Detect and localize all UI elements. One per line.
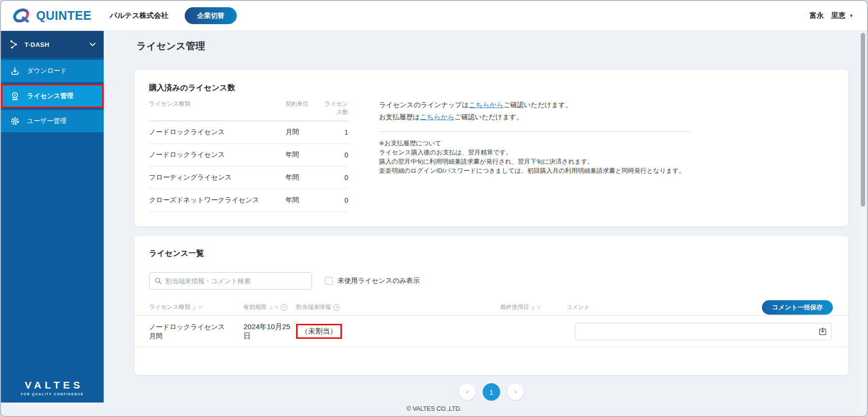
license-count: 0 bbox=[320, 196, 348, 204]
lineup-link[interactable]: こちらから bbox=[469, 101, 503, 109]
sidebar-item-download[interactable]: ダウンロード bbox=[1, 60, 104, 82]
contract-unit: 月間 bbox=[285, 128, 320, 137]
purchased-table-header: ライセンス種類 契約単位 ライセンス数 bbox=[149, 100, 348, 121]
purchased-licenses-card: 購入済みのライセンス数 ライセンス種類 契約単位 ライセンス数 ノードロックライ… bbox=[135, 70, 848, 226]
payment-note: 購入の翌月中旬に利用明細兼請求書が発行され、翌月下旬に決済されます。 bbox=[379, 157, 692, 166]
sidebar-item-license-management[interactable]: ライセンス管理 bbox=[1, 84, 104, 108]
table-row: ノードロックライセンス 年間 0 bbox=[149, 144, 348, 167]
user-name: 富永 里恵 bbox=[809, 11, 845, 20]
column-header-device: 割当端末情報 bbox=[296, 303, 331, 311]
text: ご確認いただけます。 bbox=[503, 101, 572, 109]
quintee-q-mark-icon bbox=[12, 6, 32, 26]
switch-company-button[interactable]: 企業切替 bbox=[185, 7, 237, 24]
comment-field bbox=[575, 323, 832, 340]
sidebar-product-tdash[interactable]: T-DASH bbox=[1, 31, 104, 58]
sort-asc-icon[interactable]: △ bbox=[192, 305, 196, 310]
sidebar-item-user-management[interactable]: ユーザー管理 bbox=[1, 110, 104, 132]
column-header-type: ライセンス種類 bbox=[149, 100, 285, 116]
scrollbar-thumb[interactable] bbox=[861, 33, 865, 207]
unused-filter[interactable]: 未使用ライセンスのみ表示 bbox=[325, 277, 420, 285]
payment-history-line: お支払履歴はこちらからご確認いただけます。 bbox=[379, 111, 692, 123]
text: ご確認いただけます。 bbox=[454, 113, 523, 121]
sort-desc-icon[interactable]: ▽ bbox=[198, 305, 202, 310]
sidebar-item-label: ユーザー管理 bbox=[27, 117, 67, 125]
license-count: 0 bbox=[320, 151, 348, 159]
user-menu[interactable]: 富永 里恵 ▾ bbox=[809, 11, 853, 20]
license-type: ノードロックライセンス bbox=[149, 128, 285, 137]
license-type: クローズドネットワークライセンス bbox=[149, 196, 285, 205]
license-unit: 月間 bbox=[149, 332, 244, 341]
license-type: ノードロックライセンス bbox=[149, 322, 244, 332]
top-navbar: QUINTEE パルテス株式会社 企業切替 富永 里恵 ▾ bbox=[1, 1, 867, 31]
quintee-logo[interactable]: QUINTEE bbox=[12, 6, 92, 26]
save-icon bbox=[818, 327, 827, 336]
column-header-unit: 契約単位 bbox=[285, 100, 320, 116]
app-window: QUINTEE パルテス株式会社 企業切替 富永 里恵 ▾ T-DASH bbox=[0, 0, 868, 417]
search-input[interactable] bbox=[165, 278, 307, 285]
table-row: ノードロックライセンス 月間 1 bbox=[149, 121, 348, 144]
sidebar: T-DASH ダウンロード ライセ bbox=[1, 31, 104, 403]
license-expiry-date: 2024年10月25日 bbox=[244, 322, 296, 341]
license-count: 1 bbox=[320, 128, 348, 136]
license-list-card: ライセンス一覧 未使用ライセンスのみ表示 コメント一括保存 ライセンス種類 △ … bbox=[135, 236, 848, 375]
column-header-type: ライセンス種類 bbox=[149, 303, 190, 311]
help-icon[interactable]: ? bbox=[281, 304, 287, 311]
unused-filter-label: 未使用ライセンスのみ表示 bbox=[338, 277, 420, 285]
column-header-comment: コメント bbox=[566, 303, 590, 311]
help-icon[interactable]: ? bbox=[333, 304, 340, 311]
license-row: ノードロックライセンス 月間 2024年10月25日 （未割当） bbox=[135, 316, 848, 348]
contract-unit: 年間 bbox=[285, 151, 320, 159]
contract-unit: 年間 bbox=[285, 173, 320, 182]
valtes-brand-logo: VALTES FOR QUALITY CONFIDENCE bbox=[1, 379, 104, 396]
sidebar-product-label: T-DASH bbox=[25, 41, 83, 48]
table-row: フローティングライセンス 年間 0 bbox=[149, 167, 348, 189]
search-box bbox=[149, 272, 312, 290]
sort-asc-icon[interactable]: △ bbox=[531, 305, 535, 310]
payment-note: 楽楽明細のログインID/パスワードにつきましては、初回購入月の利用明細兼請求書と… bbox=[379, 166, 692, 175]
pagination-next-button[interactable]: › bbox=[507, 384, 524, 400]
column-header-expiry: 有効期限 bbox=[244, 303, 267, 311]
comment-input[interactable] bbox=[579, 328, 818, 335]
license-type: フローティングライセンス bbox=[149, 173, 285, 182]
page-title: ライセンス管理 bbox=[136, 40, 205, 53]
vertical-scrollbar[interactable] bbox=[860, 31, 866, 414]
footer-copyright: © VALTES CO.,LTD. bbox=[1, 405, 867, 412]
license-list-title: ライセンス一覧 bbox=[149, 249, 204, 259]
license-award-icon bbox=[10, 91, 20, 101]
sidebar-menu: ダウンロード ライセンス管理 ユーザー bbox=[1, 60, 104, 132]
contract-unit: 年間 bbox=[285, 196, 320, 205]
logo-wordmark: QUINTEE bbox=[36, 9, 92, 23]
chevron-down-icon: ▾ bbox=[850, 13, 853, 19]
pagination-prev-button[interactable]: ‹ bbox=[459, 384, 475, 400]
column-header-last-used: 最終使用日 bbox=[500, 303, 529, 311]
text: お支払履歴は bbox=[379, 113, 420, 121]
sidebar-item-label: ライセンス管理 bbox=[27, 92, 73, 100]
license-table-header: ライセンス種類 △ ▽ 有効期限 △ ▽ ? 割当端末情報 ? 最終使用日 △ … bbox=[135, 299, 848, 316]
unused-filter-checkbox[interactable] bbox=[325, 277, 333, 285]
pagination-page-1[interactable]: 1 bbox=[483, 383, 500, 401]
device-status-unassigned: （未割当） bbox=[296, 324, 342, 339]
column-header-count: ライセンス数 bbox=[320, 100, 348, 116]
sort-desc-icon[interactable]: ▽ bbox=[537, 305, 541, 310]
license-type: ノードロックライセンス bbox=[149, 151, 285, 159]
purchased-table: ライセンス種類 契約単位 ライセンス数 ノードロックライセンス 月間 1 ノード… bbox=[149, 100, 348, 212]
download-icon bbox=[10, 66, 20, 76]
tdash-share-icon bbox=[9, 40, 18, 49]
payment-info-block: ライセンスのラインナップはこちらからご確認いただけます。 お支払履歴はこちらから… bbox=[379, 99, 692, 212]
sidebar-item-label: ダウンロード bbox=[27, 67, 67, 75]
chevron-down-icon bbox=[90, 42, 95, 46]
divider bbox=[379, 131, 692, 132]
license-count: 0 bbox=[320, 174, 348, 181]
search-icon bbox=[154, 277, 162, 285]
save-comment-button[interactable] bbox=[818, 327, 827, 336]
payment-history-link[interactable]: こちらから bbox=[420, 113, 455, 121]
brand-tagline: FOR QUALITY CONFIDENCE bbox=[1, 392, 104, 396]
payment-note: ライセンス購入後のお支払は、翌月精算です。 bbox=[379, 148, 692, 157]
payment-note: ※お支払履歴について bbox=[379, 139, 692, 148]
text: ライセンスのラインナップは bbox=[379, 101, 469, 109]
pagination: ‹ 1 › bbox=[135, 383, 848, 401]
gear-icon bbox=[10, 116, 20, 126]
sort-desc-icon[interactable]: ▽ bbox=[275, 305, 278, 310]
sort-asc-icon[interactable]: △ bbox=[269, 305, 272, 310]
table-row: クローズドネットワークライセンス 年間 0 bbox=[149, 189, 348, 212]
